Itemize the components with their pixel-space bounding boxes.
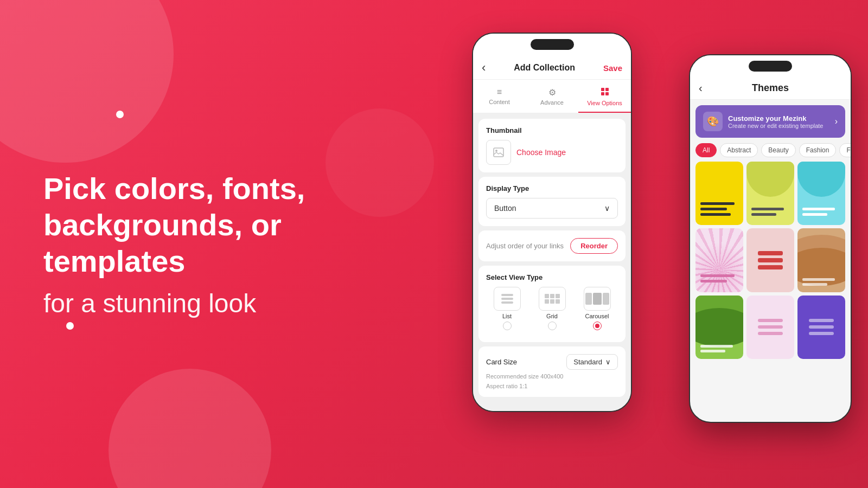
theme-sandy[interactable] bbox=[797, 228, 845, 292]
theme-pastel-yellow[interactable] bbox=[746, 162, 794, 225]
grid-icon-box bbox=[539, 287, 566, 311]
hero-line3: for a stunning look bbox=[43, 288, 380, 318]
svg-rect-3 bbox=[605, 92, 609, 95]
card-size-card: Card Size Standard ∨ Recommended size 40… bbox=[478, 346, 626, 397]
list-icon bbox=[501, 294, 513, 304]
bg-decoration-2 bbox=[108, 369, 271, 488]
advance-icon: ⚙ bbox=[548, 87, 556, 98]
phone1-tabs: ≡ Content ⚙ Advance View Options bbox=[473, 80, 631, 113]
display-type-dropdown[interactable]: Button ∨ bbox=[486, 198, 618, 219]
carousel-radio[interactable] bbox=[593, 322, 602, 330]
theme-purple[interactable] bbox=[797, 296, 845, 359]
card-size-row: Card Size Standard ∨ bbox=[486, 354, 618, 370]
phone1-body: Thumbnail Choose Image Display Type bbox=[473, 113, 631, 412]
view-type-card: Select View Type List bbox=[478, 266, 626, 342]
theme-red-boxes[interactable] bbox=[746, 228, 794, 292]
tab-advance-label: Advance bbox=[540, 99, 564, 106]
card-size-value: Standard bbox=[573, 358, 602, 366]
bg-decoration-1 bbox=[0, 0, 174, 163]
tab-content-label: Content bbox=[489, 99, 510, 105]
phone2: ‹ Themes 🎨 Customize your Mezink Create … bbox=[689, 54, 852, 423]
list-icon-box bbox=[494, 287, 521, 311]
chip-all[interactable]: All bbox=[695, 143, 717, 157]
phone2-title: Themes bbox=[752, 82, 789, 94]
carousel-icon-box bbox=[584, 287, 611, 311]
grid-radio[interactable] bbox=[548, 322, 557, 330]
theme-soft-pink[interactable] bbox=[746, 296, 794, 359]
chip-beauty[interactable]: Beauty bbox=[761, 143, 795, 157]
grid-icon bbox=[545, 294, 560, 304]
svg-rect-1 bbox=[605, 88, 609, 91]
customize-banner[interactable]: 🎨 Customize your Mezink Create new or ed… bbox=[695, 105, 845, 138]
view-options-icon bbox=[601, 87, 609, 98]
card-size-dropdown[interactable]: Standard ∨ bbox=[566, 354, 618, 370]
thumbnail-icon-box bbox=[486, 140, 511, 165]
theme-yellow[interactable] bbox=[695, 162, 743, 225]
carousel-icon bbox=[585, 293, 609, 305]
reorder-button[interactable]: Reorder bbox=[570, 238, 618, 254]
phone1-save-button[interactable]: Save bbox=[603, 63, 622, 73]
svg-point-5 bbox=[495, 150, 497, 152]
view-type-carousel[interactable]: Carousel bbox=[576, 287, 618, 330]
list-label: List bbox=[502, 313, 512, 319]
customize-text: Customize your Mezink Create new or edit… bbox=[728, 114, 823, 129]
theme-green[interactable] bbox=[695, 296, 743, 359]
card-size-chevron: ∨ bbox=[605, 358, 611, 366]
chip-food[interactable]: Food bbox=[839, 143, 851, 157]
view-type-list[interactable]: List bbox=[486, 287, 528, 330]
card-size-hint1: Recommended size 400x400 bbox=[486, 373, 618, 380]
phone2-back-button[interactable]: ‹ bbox=[699, 82, 703, 94]
thumbnail-row: Choose Image bbox=[486, 140, 618, 165]
choose-image-button[interactable]: Choose Image bbox=[516, 148, 566, 157]
card-size-hint2: Aspect ratio 1:1 bbox=[486, 383, 618, 389]
content-icon: ≡ bbox=[497, 87, 502, 97]
theme-pink-rays[interactable] bbox=[695, 228, 743, 292]
tab-view-options-label: View Options bbox=[587, 100, 622, 106]
display-type-card: Display Type Button ∨ bbox=[478, 177, 626, 226]
view-type-grid-item[interactable]: Grid bbox=[531, 287, 573, 330]
hero-line1: Pick colors, fonts, bbox=[43, 171, 305, 206]
phone1-notch bbox=[531, 39, 574, 50]
display-type-value: Button bbox=[494, 204, 516, 213]
phone1: ‹ Add Collection Save ≡ Content ⚙ Advanc… bbox=[472, 33, 632, 412]
grid-label: Grid bbox=[546, 313, 558, 319]
reorder-text: Adjust order of your links bbox=[486, 242, 564, 250]
dot-decoration-1 bbox=[116, 111, 124, 118]
customize-arrow: › bbox=[835, 117, 838, 126]
svg-rect-2 bbox=[601, 92, 604, 95]
tab-content[interactable]: ≡ Content bbox=[473, 84, 526, 113]
theme-mint[interactable] bbox=[797, 162, 845, 225]
list-radio[interactable] bbox=[503, 322, 512, 330]
phones-container: ‹ Add Collection Save ≡ Content ⚙ Advanc… bbox=[461, 0, 868, 488]
chip-abstract[interactable]: Abstract bbox=[720, 143, 758, 157]
carousel-label: Carousel bbox=[585, 313, 609, 319]
customize-icon: 🎨 bbox=[703, 112, 723, 131]
theme-grid bbox=[690, 162, 851, 359]
view-type-grid: List bbox=[486, 287, 618, 330]
chip-fashion[interactable]: Fashion bbox=[799, 143, 837, 157]
phone1-back-button[interactable]: ‹ bbox=[482, 61, 486, 75]
hero-line2: backgrounds, or templates bbox=[43, 208, 282, 278]
hero-text: Pick colors, fonts, backgrounds, or temp… bbox=[43, 170, 380, 318]
display-type-chevron: ∨ bbox=[604, 204, 610, 213]
tab-advance[interactable]: ⚙ Advance bbox=[526, 84, 578, 113]
customize-subtitle: Create new or edit existing template bbox=[728, 123, 823, 129]
tab-view-options[interactable]: View Options bbox=[578, 84, 631, 113]
phone2-notch bbox=[749, 61, 792, 72]
view-type-title: Select View Type bbox=[486, 273, 618, 281]
dot-decoration-2 bbox=[66, 322, 74, 330]
reorder-card: Adjust order of your links Reorder bbox=[478, 230, 626, 261]
svg-rect-4 bbox=[494, 148, 503, 157]
customize-title: Customize your Mezink bbox=[728, 114, 823, 123]
thumbnail-card: Thumbnail Choose Image bbox=[478, 119, 626, 172]
filter-chips: All Abstract Beauty Fashion Food bbox=[690, 143, 851, 162]
card-size-label: Card Size bbox=[486, 358, 517, 366]
thumbnail-title: Thumbnail bbox=[486, 126, 618, 134]
phone1-title: Add Collection bbox=[514, 63, 575, 73]
display-type-title: Display Type bbox=[486, 184, 618, 192]
svg-rect-0 bbox=[601, 88, 604, 91]
